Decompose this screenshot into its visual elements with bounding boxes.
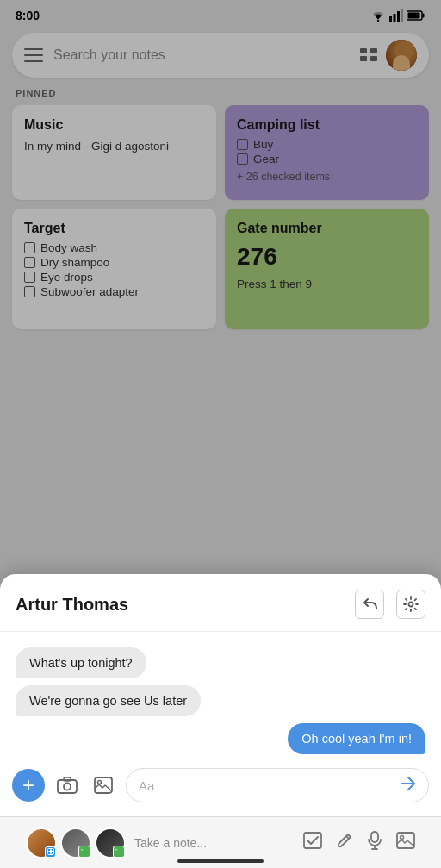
chat-contact-name: Artur Thomas — [16, 595, 128, 615]
chat-header: Artur Thomas — [0, 574, 441, 632]
svg-point-17 — [98, 781, 102, 784]
message-1: What's up tonight? — [16, 647, 146, 678]
svg-rect-24 — [371, 832, 378, 842]
message-2: We're gonna go see Us later — [16, 685, 201, 716]
svg-text:": " — [115, 848, 118, 854]
chat-input-placeholder: Aa — [139, 778, 154, 793]
svg-point-14 — [64, 784, 71, 790]
svg-rect-13 — [58, 780, 77, 793]
svg-point-12 — [409, 603, 413, 607]
chat-add-button[interactable]: + — [12, 769, 45, 802]
bottom-avatar-1[interactable] — [26, 827, 57, 859]
bottom-avatar-3[interactable]: " — [95, 827, 126, 859]
svg-point-28 — [401, 836, 404, 840]
bottom-check-icon[interactable] — [303, 832, 322, 853]
bottom-mic-icon[interactable] — [367, 831, 382, 854]
chat-input-row: + Aa — [0, 763, 441, 802]
take-note-label[interactable]: Take a note... — [129, 836, 207, 850]
bottom-avatar-2[interactable]: " — [60, 827, 91, 859]
chat-camera-button[interactable] — [53, 771, 81, 799]
bottom-left: " " Take a note... — [26, 827, 207, 859]
message-3: Oh cool yeah I'm in! — [288, 723, 425, 754]
bottom-pencil-icon[interactable] — [336, 832, 353, 853]
send-icon[interactable] — [401, 776, 416, 796]
chat-popup: Artur Thomas What's up tonight? We're go… — [0, 574, 441, 816]
bottom-right-icons — [303, 831, 415, 854]
chat-image-button[interactable] — [90, 771, 117, 799]
svg-text:": " — [81, 848, 84, 854]
chat-header-icons — [355, 590, 425, 619]
svg-rect-20 — [50, 850, 52, 854]
home-indicator — [177, 859, 264, 863]
bottom-image-icon[interactable] — [396, 832, 415, 853]
chat-settings-button[interactable] — [396, 590, 425, 619]
chat-reply-button[interactable] — [355, 590, 384, 619]
chat-messages: What's up tonight? We're gonna go see Us… — [0, 632, 441, 763]
svg-rect-15 — [64, 777, 71, 781]
chat-text-input[interactable]: Aa — [126, 768, 429, 802]
